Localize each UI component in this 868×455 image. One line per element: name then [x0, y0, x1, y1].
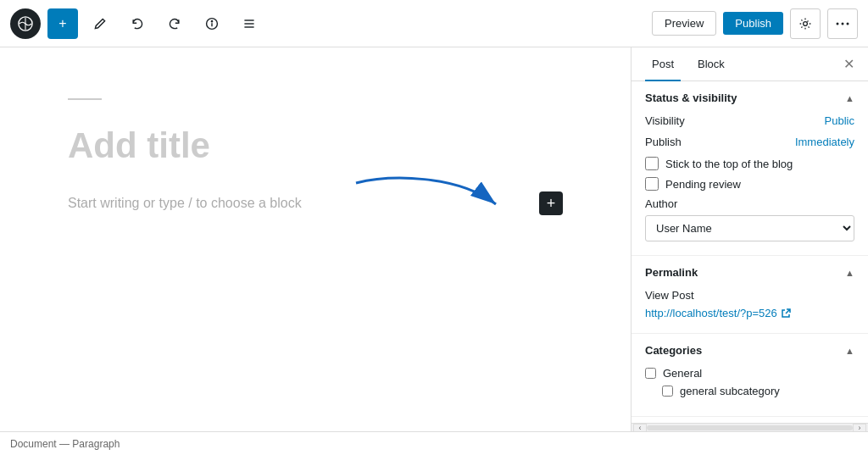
editor-body: Start writing or type / to choose a bloc…	[68, 191, 563, 215]
chevron-up-icon: ▲	[845, 93, 854, 103]
scroll-right-button[interactable]: ›	[853, 424, 866, 432]
add-block-toolbar-button[interactable]: +	[47, 8, 78, 39]
undo-button[interactable]	[122, 8, 153, 39]
visibility-row: Visibility Public	[645, 114, 854, 127]
pen-tool-button[interactable]	[85, 8, 115, 39]
permalink-link[interactable]: http://localhost/test/?p=526	[645, 307, 854, 319]
ellipsis-icon	[836, 22, 849, 25]
info-button[interactable]	[197, 8, 227, 39]
stick-to-top-row: Stick to the top of the blog	[645, 157, 854, 170]
section-categories-title: Categories	[645, 344, 702, 357]
toolbar-right: Preview Publish	[652, 8, 858, 39]
add-block-inline-button[interactable]: +	[539, 191, 563, 215]
category-general-row: General	[645, 367, 854, 380]
pending-review-row: Pending review	[645, 177, 854, 191]
stick-to-top-checkbox[interactable]	[645, 157, 659, 170]
plus-icon: +	[58, 16, 66, 31]
list-icon	[242, 17, 256, 31]
chevron-up-permalink-icon: ▲	[845, 268, 854, 278]
sidebar-tabs: Post Block ✕	[632, 47, 868, 81]
external-link-icon	[781, 308, 791, 319]
sidebar-close-button[interactable]: ✕	[843, 47, 854, 80]
status-text: Document — Paragraph	[10, 438, 120, 450]
publish-label: Publish	[645, 136, 682, 148]
permalink-url: http://localhost/test/?p=526	[645, 307, 777, 319]
editor-divider	[68, 98, 102, 100]
redo-icon	[168, 17, 181, 31]
section-status-header[interactable]: Status & visibility ▲	[632, 81, 868, 114]
more-options-button[interactable]	[827, 8, 858, 39]
svg-point-9	[842, 22, 844, 25]
section-status-body: Visibility Public Publish Immediately St…	[632, 114, 868, 255]
preview-button[interactable]: Preview	[652, 11, 716, 36]
svg-point-3	[211, 20, 212, 21]
undo-icon	[131, 17, 144, 31]
stick-to-top-label[interactable]: Stick to the top of the blog	[665, 158, 793, 170]
info-icon	[205, 17, 219, 31]
section-status-title: Status & visibility	[645, 92, 737, 104]
visibility-label: Visibility	[645, 114, 685, 127]
pending-review-label[interactable]: Pending review	[665, 178, 741, 191]
view-post-label: View Post	[645, 289, 854, 302]
sidebar-content: Status & visibility ▲ Visibility Public …	[632, 81, 868, 423]
toolbar-left: +	[10, 8, 264, 39]
subcategory-general-row: general subcategory	[645, 385, 854, 397]
category-general-checkbox[interactable]	[645, 368, 656, 379]
chevron-up-categories-icon: ▲	[845, 346, 854, 356]
redo-button[interactable]	[159, 8, 190, 39]
sidebar-scrollbar: ‹ ›	[632, 423, 868, 431]
subcategory-general-label[interactable]: general subcategory	[680, 385, 780, 397]
section-categories-body: General general subcategory	[632, 367, 868, 416]
visibility-value[interactable]: Public	[825, 114, 854, 127]
wp-logo	[10, 8, 41, 39]
main-area: Add title Start writing or type / to cho…	[0, 47, 868, 431]
author-field: Author User Name	[645, 197, 854, 241]
editor-area[interactable]: Add title Start writing or type / to cho…	[0, 47, 631, 431]
section-categories-header[interactable]: Categories ▲	[632, 334, 868, 367]
svg-point-10	[847, 22, 849, 25]
author-label: Author	[645, 197, 854, 210]
scroll-left-button[interactable]: ‹	[633, 424, 647, 432]
sidebar: Post Block ✕ Status & visibility ▲ Visib…	[631, 47, 868, 431]
publish-value[interactable]: Immediately	[795, 136, 854, 148]
toolbar: +	[0, 0, 868, 47]
author-select[interactable]: User Name	[645, 215, 854, 241]
category-general-label[interactable]: General	[663, 367, 702, 380]
settings-button[interactable]	[790, 8, 821, 39]
section-categories: Categories ▲ General general subcategory	[632, 334, 868, 417]
subcategory-general-checkbox[interactable]	[662, 386, 673, 397]
svg-point-7	[804, 21, 808, 25]
publish-button[interactable]: Publish	[723, 12, 783, 35]
tab-post[interactable]: Post	[645, 47, 681, 80]
pen-icon	[93, 17, 107, 31]
pending-review-checkbox[interactable]	[645, 177, 659, 191]
section-permalink-title: Permalink	[645, 266, 698, 279]
section-permalink-header[interactable]: Permalink ▲	[632, 256, 868, 289]
post-title[interactable]: Add title	[68, 125, 563, 166]
list-view-button[interactable]	[234, 8, 264, 39]
section-permalink-body: View Post http://localhost/test/?p=526	[632, 289, 868, 333]
publish-row: Publish Immediately	[645, 136, 854, 148]
scrollbar-track	[647, 425, 853, 430]
plus-icon-inline: +	[547, 195, 556, 213]
section-status-visibility: Status & visibility ▲ Visibility Public …	[632, 81, 868, 256]
svg-point-8	[837, 22, 839, 25]
tab-block[interactable]: Block	[691, 47, 732, 80]
gear-icon	[798, 17, 812, 31]
status-bar: Document — Paragraph	[0, 431, 868, 455]
section-permalink: Permalink ▲ View Post http://localhost/t…	[632, 256, 868, 334]
editor-placeholder[interactable]: Start writing or type / to choose a bloc…	[68, 196, 529, 211]
